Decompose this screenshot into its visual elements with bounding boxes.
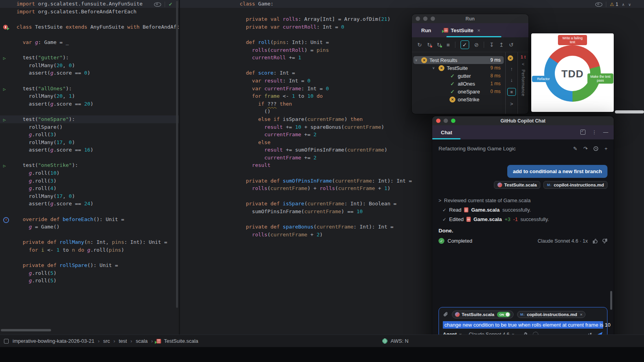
active-tab-underline [446,36,501,37]
attach-file-icon[interactable] [443,312,448,317]
prev-problem-button[interactable]: ∧ [622,2,624,7]
thumbs-up-icon[interactable] [593,238,598,244]
code-line: class Game: [180,0,644,8]
attachment-chip-instructions[interactable]: M↓ copilot-instructions.md [543,181,607,189]
chat-window-titlebar[interactable]: GitHub Copilot Chat [432,116,614,125]
aws-status-label[interactable]: AWS: N [391,338,409,344]
previous-failed-test-button[interactable]: ↑ [510,66,513,72]
desktop-strip [0,347,644,362]
test-history-button[interactable]: ↺ [509,42,514,48]
minimize-panel-icon[interactable]: — [603,129,608,135]
code-line [0,15,179,23]
open-in-editor-icon[interactable] [580,130,585,135]
edit-thread-icon[interactable]: ✎ [573,146,578,152]
test-tree-row[interactable]: ✓allOnes1 ms [413,80,504,88]
history-icon[interactable] [593,146,598,151]
next-failed-test-button[interactable]: ↓ [510,77,513,83]
code-line: assert(g.score == 0) [0,69,179,77]
globe-icon[interactable] [382,338,388,344]
code-line: g = Game() [0,223,179,231]
minimize-window-button[interactable] [444,119,448,123]
new-chat-icon[interactable]: + [604,146,607,152]
completed-label: Completed [448,238,538,244]
override-method-icon[interactable]: ↑ [3,217,9,223]
tab-performance[interactable]: Performance [521,69,526,96]
step-action: Edited [449,216,464,222]
test-duration: 1 ms [490,81,501,86]
project-window-icon[interactable] [4,339,9,344]
left-editor-vertical-scrollbar[interactable] [176,1,178,308]
tab-chat[interactable]: Chat [441,130,452,135]
close-window-button[interactable] [416,16,420,21]
test-name: Test Results [429,57,490,63]
show-passed-toggle[interactable]: ✓ [461,40,469,49]
editor-testsuite[interactable]: import org.scalatest.funsuite.AnyFunSuit… [0,0,179,335]
code-line [0,154,179,162]
chat-window-actions: ⋮ — [580,129,608,135]
breadcrumb-separator: › [151,338,153,344]
zoom-window-button[interactable] [451,119,455,123]
minimize-window-button[interactable] [423,16,427,21]
expand-output-button[interactable]: > [510,101,513,107]
step-file[interactable]: Game.scala [471,207,499,213]
sort-button[interactable]: ↧ [489,42,494,48]
code-line [0,231,179,239]
breadcrumb-separator: › [98,338,99,344]
test-tree-row[interactable]: ✓oneSpare0 ms [413,88,504,95]
context-chip-testsuite[interactable]: TestSuite.scala ON [452,311,514,318]
rerun-failed-button[interactable]: ↻ [427,42,432,48]
breadcrumb-test[interactable]: test [119,338,127,344]
code-line: var g: Game = _ [0,38,179,46]
context-chip-instructions[interactable]: M↓ copilot-instructions.md × [517,311,586,318]
test-tree-row[interactable]: ∨×Test Results9 ms [413,56,504,64]
run-label: Run [421,27,431,33]
test-tree-row[interactable]: ∨×TestSuite9 ms [413,64,504,72]
breadcrumb-project[interactable]: imperative-bowling-kata-2026-03-21 [13,338,94,344]
zoom-window-button[interactable] [431,16,435,21]
copilot-icon [497,183,502,187]
code-line: g.roll(4) [0,185,179,192]
tab-testsuite[interactable]: TestSuite × [444,27,480,33]
step-file[interactable]: Game.scala [473,216,502,222]
chat-scrollbar[interactable] [610,291,612,310]
show-ignored-toggle[interactable]: ⊘ [474,42,479,48]
context-on-toggle[interactable]: ON [497,312,510,317]
no-problems-check-icon[interactable]: ✓ [169,2,172,7]
highlight-level-eye-icon[interactable] [154,2,161,7]
next-problem-button[interactable]: ∨ [628,2,631,7]
left-editor-horizontal-scrollbar[interactable] [1,329,51,331]
code-line: ▷ test("oneStrike"): [0,161,179,169]
stop-button[interactable]: ■ [446,42,450,48]
user-message-row: add to conditional a new first branch [432,165,614,178]
test-tree-row[interactable]: ✓gutter8 ms [413,72,504,80]
test-tree-row[interactable]: ×oneStrike [413,95,504,103]
chevron-right-icon[interactable]: > [439,198,441,203]
breadcrumb-file[interactable]: TestSuite.scala [164,338,198,344]
image-window-scrollbar[interactable] [615,110,644,113]
breadcrumb-src[interactable]: src [103,338,110,344]
collapse-icon[interactable]: < [522,62,524,66]
code-line: g.roll(3) [0,131,179,139]
code-line [0,108,179,115]
highlight-level-eye-icon[interactable] [595,2,602,7]
rerun-button[interactable]: ↻ [417,42,422,48]
close-window-button[interactable] [436,119,440,123]
prompt-text-selected[interactable]: change new condition to be true when rol… [443,321,603,329]
warning-icon[interactable]: ⚠ [610,2,614,7]
run-class-failed-icon[interactable] [3,25,8,29]
more-options-icon[interactable]: ⋮ [592,129,597,135]
step-suffix: successfully. [521,216,549,222]
attachment-chip-testsuite[interactable]: TestSuite.scala [494,181,540,189]
thumbs-down-icon[interactable] [602,238,607,244]
run-window-titlebar[interactable]: Run [412,14,528,23]
remove-chip-icon[interactable]: × [580,312,583,317]
close-tab-icon[interactable]: × [477,27,481,33]
step-reviewed[interactable]: > Reviewed current state of Game.scala [439,197,607,203]
chat-tabstrip: Chat ⋮ — [432,125,614,139]
share-icon[interactable]: ↷ [583,146,588,152]
breadcrumb-scala[interactable]: scala [136,338,147,344]
soft-wrap-toggle[interactable]: ≡ [507,88,516,96]
toggle-auto-test-button[interactable]: ↻ [437,42,441,48]
code-line [0,31,179,38]
import-results-button[interactable]: ↥ [499,42,504,48]
